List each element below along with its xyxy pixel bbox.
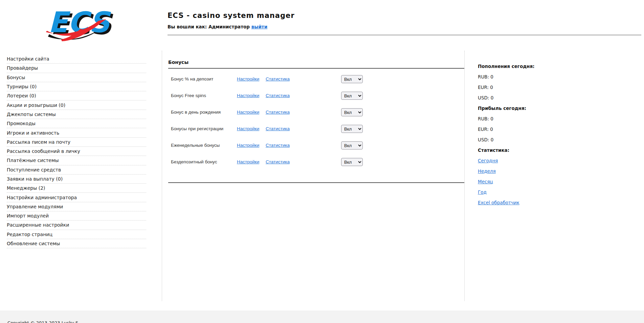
sidebar-item-advanced-settings[interactable]: Расширенные настройки (7, 221, 146, 230)
login-text: Вы вошли как: Администратор (168, 24, 250, 29)
sidebar-item-label: Акции и розыгрыши (0) (7, 102, 65, 108)
bonus-settings-link[interactable]: Настройки (237, 76, 259, 82)
deposits-usd-value: USD: 0 (478, 92, 579, 103)
sidebar-item-label: Настройки администратора (7, 195, 77, 200)
bonus-label: Бонус в день рождения (171, 110, 221, 115)
sidebar-item-module-import[interactable]: Импорт модулей (7, 211, 146, 221)
bonus-toggle-select[interactable]: Вкл (341, 125, 363, 133)
sidebar-item-label: Редактор страниц (7, 232, 52, 237)
deposits-today-title: Пополнения сегодня: (478, 61, 579, 71)
copyright-text: Copyright © 2013-2023 Lucky S (7, 320, 78, 323)
sidebar-item-managers[interactable]: Менеджеры (2) (7, 184, 146, 193)
bonus-statistics-link[interactable]: Статистика (266, 110, 290, 115)
sidebar-item-incoming-funds[interactable]: Поступление средств (7, 165, 146, 175)
logout-link[interactable]: выйти (251, 24, 268, 29)
sidebar-item-admin-settings[interactable]: Настройки администратора (7, 193, 146, 202)
bonus-label: Еженедельные бонусы (171, 143, 220, 148)
bonus-statistics-link[interactable]: Статистика (266, 93, 290, 98)
sidebar-item-players-activity[interactable]: Игроки и активность (7, 128, 146, 137)
deposits-eur-value: EUR: 0 (478, 82, 579, 92)
sidebar-item-label: Джекпоты системы (7, 112, 56, 117)
sidebar-item-label: Поступление средств (7, 167, 61, 172)
sidebar-item-bonuses[interactable]: Бонусы (7, 73, 146, 82)
bonus-row: Бездепозитный бонус Настройки Статистика… (168, 158, 464, 166)
sidebar-item-label: Заявки на выплату (0) (7, 176, 63, 182)
sidebar-item-label: Провайдеры (7, 65, 38, 71)
bonus-label: Бонус Free spins (171, 93, 206, 98)
bonus-settings-link[interactable]: Настройки (237, 93, 259, 98)
sidebar-item-promotions[interactable]: Акции и розыгрыши (0) (7, 100, 146, 110)
footer: Copyright © 2013-2023 Lucky S (0, 310, 644, 323)
bonus-settings-link[interactable]: Настройки (237, 159, 259, 164)
sidebar-nav: Настройки сайта Провайдеры Бонусы Турнир… (7, 54, 146, 248)
sidebar-item-site-settings[interactable]: Настройки сайта (7, 54, 146, 64)
sidebar-item-payout-requests[interactable]: Заявки на выплату (0) (7, 175, 146, 184)
profit-today-title: Прибыль сегодня: (478, 103, 579, 113)
profit-eur-value: EUR: 0 (478, 124, 579, 134)
bonus-label: Бонус % на депозит (171, 76, 213, 82)
stats-excel-link[interactable]: Excel обработчик (478, 200, 519, 205)
sidebar-item-label: Настройки сайта (7, 56, 49, 62)
sidebar-item-label: Импорт модулей (7, 213, 49, 218)
left-column-divider (162, 51, 162, 301)
bonus-toggle-select[interactable]: Вкл (341, 141, 363, 149)
section-title: Бонусы (168, 60, 188, 65)
sidebar-item-pm-mailing[interactable]: Рассылка сообщений в личку (7, 147, 146, 156)
sidebar-item-tournaments[interactable]: Турниры (0) (7, 82, 146, 91)
sidebar-item-label: Игроки и активность (7, 130, 59, 136)
sidebar-item-module-management[interactable]: Управление модулями (7, 202, 146, 211)
bonus-label: Бездепозитный бонус (171, 159, 217, 164)
profit-rub-value: RUB: 0 (478, 113, 579, 124)
bonus-statistics-link[interactable]: Статистика (266, 126, 290, 131)
bonus-statistics-link[interactable]: Статистика (266, 159, 290, 164)
stats-today-link[interactable]: Сегодня (478, 158, 498, 163)
sidebar-item-label: Управление модулями (7, 204, 63, 209)
sidebar-item-label: Лотереи (0) (7, 93, 36, 98)
bonus-toggle-select[interactable]: Вкл (341, 158, 363, 166)
sidebar-item-email-mailing[interactable]: Рассылка писем на почту (7, 138, 146, 147)
sidebar-item-lotteries[interactable]: Лотереи (0) (7, 91, 146, 100)
statistics-title: Статистика: (478, 145, 579, 155)
sidebar-item-providers[interactable]: Провайдеры (7, 64, 146, 73)
sidebar-item-label: Менеджеры (2) (7, 185, 45, 191)
sidebar-item-label: Рассылка сообщений в личку (7, 148, 80, 154)
bonus-row: Бонусы при регистрации Настройки Статист… (168, 125, 464, 133)
bonus-row: Бонус Free spins Настройки Статистика Вк… (168, 92, 464, 100)
bonus-settings-link[interactable]: Настройки (237, 143, 259, 148)
sidebar-item-label: Бонусы (7, 75, 25, 80)
stats-week-link[interactable]: Неделя (478, 168, 496, 174)
stats-month-link[interactable]: Месяц (478, 179, 493, 184)
bonus-row: Бонус в день рождения Настройки Статисти… (168, 108, 464, 116)
page-title: ECS - casino system manager (168, 11, 295, 20)
sidebar-item-label: Промокоды (7, 121, 36, 126)
bonus-toggle-select[interactable]: Вкл (341, 92, 363, 100)
sidebar-item-label: Расширенные настройки (7, 222, 69, 228)
bonus-settings-link[interactable]: Настройки (237, 110, 259, 115)
summary-panel: Пополнения сегодня: RUB: 0 EUR: 0 USD: 0… (478, 61, 579, 208)
section-bottom-divider (168, 182, 464, 183)
stats-year-link[interactable]: Год (478, 189, 487, 195)
bonus-toggle-select[interactable]: Вкл (341, 108, 363, 116)
bonus-statistics-link[interactable]: Статистика (266, 76, 290, 82)
bonus-statistics-link[interactable]: Статистика (266, 143, 290, 148)
login-status: Вы вошли как: Администратор выйти (168, 24, 267, 29)
sidebar-item-promocodes[interactable]: Промокоды (7, 119, 146, 128)
bonus-toggle-select[interactable]: Вкл (341, 75, 363, 83)
section-title-divider (168, 68, 464, 69)
deposits-rub-value: RUB: 0 (478, 71, 579, 82)
header-divider (168, 35, 641, 35)
sidebar-item-page-editor[interactable]: Редактор страниц (7, 230, 146, 239)
page: ECS ECS ECS - casino system manager Вы в… (0, 0, 644, 323)
sidebar-item-payment-systems[interactable]: Платёжные системы (7, 156, 146, 165)
right-column-divider (464, 51, 465, 301)
profit-usd-value: USD: 0 (478, 134, 579, 145)
sidebar-item-label: Рассылка писем на почту (7, 139, 70, 145)
sidebar-item-system-update[interactable]: Обновление системы (7, 239, 146, 248)
bonus-row: Бонус % на депозит Настройки Статистика … (168, 75, 464, 83)
sidebar-item-label: Платёжные системы (7, 158, 59, 163)
ecs-logo: ECS ECS (43, 5, 114, 43)
bonus-label: Бонусы при регистрации (171, 126, 223, 131)
sidebar-item-label: Турниры (0) (7, 84, 37, 89)
bonus-settings-link[interactable]: Настройки (237, 126, 259, 131)
sidebar-item-jackpots[interactable]: Джекпоты системы (7, 110, 146, 119)
